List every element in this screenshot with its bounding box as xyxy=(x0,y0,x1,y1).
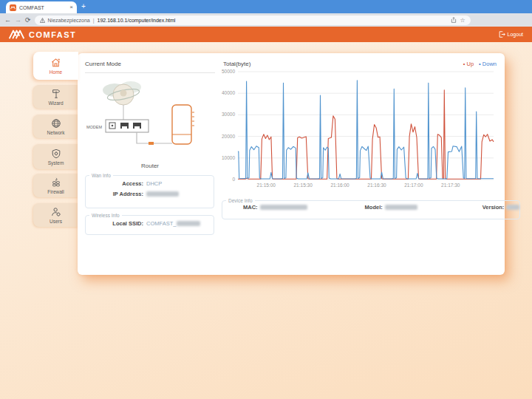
modem-label: MODEM xyxy=(86,125,103,129)
url-text[interactable]: 192.168.10.1/computer/index.html xyxy=(98,18,449,23)
chart-title: Total(byte) xyxy=(223,61,250,67)
local-ssid-label: Local SSID: xyxy=(86,220,143,227)
network-topology-diagram: MODEM xyxy=(85,74,215,161)
sidebar-item-label: Users xyxy=(50,219,62,224)
device-info-row: MAC: Model: Version: xyxy=(222,203,519,211)
sidebar-item-system[interactable]: System xyxy=(33,144,78,169)
ip-address-label: IP Address: xyxy=(86,191,143,197)
chart-legend: • Up • Down xyxy=(463,61,497,67)
wireless-info-title: Wireless Info xyxy=(89,213,122,218)
model-label: Model: xyxy=(365,204,383,211)
legend-up[interactable]: • Up xyxy=(463,61,474,67)
wireless-info-fieldset: Wireless Info Local SSID: COMFAST_ xyxy=(85,213,214,235)
legend-down[interactable]: • Down xyxy=(479,61,497,67)
wan-access-row: Access: DHCP xyxy=(86,180,214,187)
svg-text:50000: 50000 xyxy=(222,69,235,74)
svg-text:20000: 20000 xyxy=(222,134,235,139)
wan-info-fieldset: Wan Info Access: DHCP IP Address: xyxy=(85,173,214,208)
access-label: Access: xyxy=(86,180,143,187)
brand-name: COMFAST xyxy=(29,30,76,39)
logout-label: Logout xyxy=(508,32,523,37)
ip-address-value xyxy=(146,191,179,197)
version-field: Version: xyxy=(482,204,520,211)
tab-close-icon[interactable]: × xyxy=(69,4,73,10)
traffic-line-chart: 0100002000030000400005000021:15:0021:15:… xyxy=(222,68,499,194)
back-icon[interactable]: ← xyxy=(4,16,11,24)
ethernet-cable xyxy=(137,132,172,143)
svg-text:21:16:30: 21:16:30 xyxy=(367,183,386,188)
forward-icon[interactable]: → xyxy=(15,16,21,24)
sidebar-item-label: Wizard xyxy=(48,100,63,106)
bookmark-star-icon[interactable]: ☆ xyxy=(460,17,465,24)
svg-text:10000: 10000 xyxy=(222,155,235,160)
signpost-wizard-icon xyxy=(51,89,61,99)
wan-ip-row: IP Address: xyxy=(86,191,214,197)
svg-text:21:17:00: 21:17:00 xyxy=(404,183,423,188)
sidebar-item-label: System xyxy=(48,160,64,166)
mac-field: MAC: xyxy=(243,204,307,211)
wan-info-title: Wan Info xyxy=(89,173,113,178)
browser-tab[interactable]: COMFAST × xyxy=(6,1,77,13)
page-background: Home Wizard Network System xyxy=(0,42,532,399)
home-icon xyxy=(50,57,61,68)
users-icon xyxy=(51,207,61,217)
security-label[interactable]: Niezabezpieczona xyxy=(48,18,90,23)
new-tab-icon[interactable]: + xyxy=(81,2,86,11)
reload-icon[interactable]: ⟳ xyxy=(25,16,31,24)
share-icon[interactable] xyxy=(451,17,457,23)
chart-header: Total(byte) • Up • Down xyxy=(223,61,497,67)
access-value: DHCP xyxy=(146,180,162,187)
router-label: Router xyxy=(85,163,215,169)
device-info-title: Device Info xyxy=(226,198,255,203)
redacted-version-value xyxy=(506,205,519,210)
ssid-row: Local SSID: COMFAST_ xyxy=(86,220,214,227)
router-device xyxy=(172,105,191,144)
local-ssid-value: COMFAST_ xyxy=(146,220,200,227)
svg-text:21:15:00: 21:15:00 xyxy=(257,183,276,188)
address-bar[interactable]: Niezabezpieczona | 192.168.10.1/computer… xyxy=(35,16,471,25)
sidebar-item-home[interactable]: Home xyxy=(33,52,78,80)
not-secure-warning-icon xyxy=(40,18,45,23)
current-mode-title: Current Mode xyxy=(85,61,215,73)
url-separator: | xyxy=(93,18,95,23)
logout-button[interactable]: Logout xyxy=(499,31,523,38)
logout-icon xyxy=(499,31,505,38)
sidebar-item-firewall[interactable]: Firewall xyxy=(33,174,78,197)
svg-text:40000: 40000 xyxy=(222,90,235,95)
sidebar-item-label: Network xyxy=(47,130,65,135)
redacted-ssid-value xyxy=(177,221,200,226)
svg-text:21:15:30: 21:15:30 xyxy=(294,183,313,188)
tab-title: COMFAST xyxy=(19,5,66,10)
screen: COMFAST × + ← → ⟳ Niezabezpieczona | 192… xyxy=(0,0,532,399)
shield-system-icon xyxy=(51,149,61,159)
firewall-icon xyxy=(51,177,61,188)
browser-tab-strip: COMFAST × + xyxy=(0,0,532,13)
device-info-fieldset: Device Info MAC: Model: Version: xyxy=(222,198,520,219)
content-card: Current Mode MODEM xyxy=(78,53,505,275)
redacted-ip-value xyxy=(146,191,179,197)
sidebar-item-label: Home xyxy=(50,69,62,75)
svg-text:0: 0 xyxy=(232,177,235,182)
mac-label: MAC: xyxy=(243,204,258,211)
sidebar-item-label: Firewall xyxy=(47,189,64,194)
redacted-mac-value xyxy=(260,205,307,210)
comfast-favicon xyxy=(10,4,16,11)
sidebar-item-network[interactable]: Network xyxy=(33,115,78,138)
globe-network-icon xyxy=(51,118,61,129)
version-label: Version: xyxy=(482,204,505,211)
sidebar-item-users[interactable]: Users xyxy=(33,203,78,227)
app-header: COMFAST Logout xyxy=(0,27,532,42)
sidebar-item-wizard[interactable]: Wizard xyxy=(33,85,78,109)
model-field: Model: xyxy=(365,204,417,211)
comfast-logo-icon xyxy=(9,30,25,39)
redacted-model-value xyxy=(385,205,417,210)
svg-text:21:17:30: 21:17:30 xyxy=(441,183,460,188)
svg-text:30000: 30000 xyxy=(222,112,235,117)
browser-toolbar: ← → ⟳ Niezabezpieczona | 192.168.10.1/co… xyxy=(0,13,532,27)
svg-text:21:16:00: 21:16:00 xyxy=(330,183,349,188)
